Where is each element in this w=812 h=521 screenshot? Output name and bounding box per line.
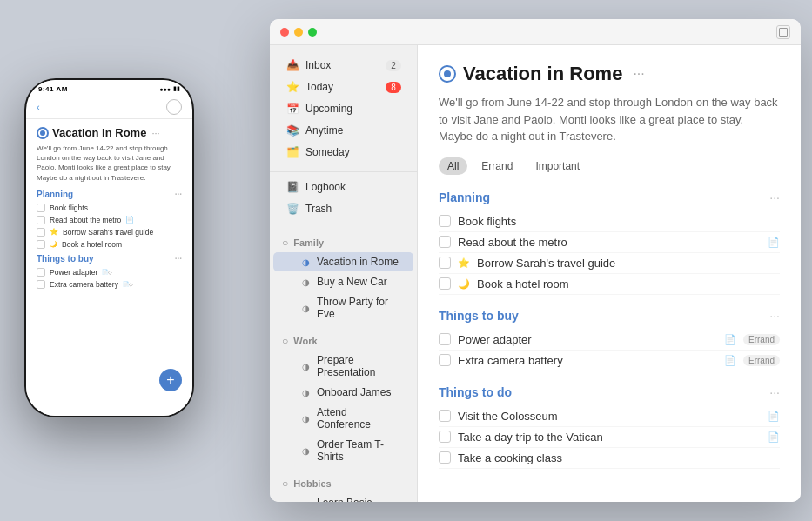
phone-task-checkbox[interactable]: [37, 216, 45, 224]
task-row: ⭐ Borrow Sarah's travel guide: [439, 253, 780, 274]
task-checkbox[interactable]: [439, 236, 451, 248]
phone-planning-more[interactable]: ···: [175, 190, 182, 199]
sidebar-item-order-shirts[interactable]: ◑ Order Team T-Shirts: [273, 435, 413, 466]
sidebar-item-vacation-rome[interactable]: ◑ Vacation in Rome: [273, 252, 413, 271]
task-label: Read about the metro: [458, 236, 761, 249]
detail-title-row: Vacation in Rome ···: [439, 63, 780, 85]
window-body: 📥 Inbox 2 ⭐ Today 8 📅 Upcoming 📚 Anytime: [270, 45, 801, 502]
sidebar-item-learn-italian[interactable]: ◑ Learn Basic Italian: [273, 493, 413, 502]
task-checkbox[interactable]: [439, 257, 451, 269]
sidebar-item-logbook[interactable]: 📓 Logbook: [273, 177, 413, 197]
task-checkbox[interactable]: [439, 215, 451, 227]
filter-pill-all[interactable]: All: [439, 157, 467, 175]
phone-moon-icon: 🌙: [50, 241, 57, 248]
task-row: Read about the metro 📄: [439, 232, 780, 253]
sidebar-item-trash[interactable]: 🗑️ Trash: [273, 198, 413, 219]
planning-more-button[interactable]: ···: [769, 190, 780, 204]
throw-party-icon: ◑: [299, 302, 312, 314]
logbook-icon: 📓: [285, 180, 299, 194]
detail-more-button[interactable]: ···: [633, 66, 644, 82]
phone-complete-button[interactable]: [166, 99, 182, 115]
close-button[interactable]: [280, 28, 289, 37]
phone-fab-button[interactable]: +: [159, 369, 182, 391]
phone-task-checkbox[interactable]: [37, 268, 45, 277]
filter-pill-important[interactable]: Important: [527, 157, 588, 175]
task-row: Take a day trip to the Vatican 📄: [439, 427, 780, 448]
minimize-button[interactable]: [294, 28, 303, 37]
sidebar-item-buy-new-car[interactable]: ◑ Buy a New Car: [273, 272, 413, 291]
sidebar-anytime-label: Anytime: [305, 124, 401, 137]
onboard-james-icon: ◑: [299, 386, 312, 398]
sidebar-item-upcoming[interactable]: 📅 Upcoming: [273, 98, 413, 119]
sidebar-logbook-label: Logbook: [305, 181, 401, 193]
sidebar-item-someday[interactable]: 🗂️ Someday: [273, 142, 413, 163]
sidebar-group-work-label: Work: [293, 336, 317, 346]
task-checkbox[interactable]: [439, 451, 451, 464]
sidebar-group-hobbies-header[interactable]: ○ Hobbies: [270, 476, 417, 492]
phone-task-item: ⭐ Borrow Sarah's travel guide: [37, 228, 182, 237]
sidebar-group-work-header[interactable]: ○ Work: [270, 333, 417, 350]
note-icon: 📄: [768, 411, 780, 422]
things-to-buy-more-button[interactable]: ···: [769, 309, 780, 323]
sidebar-attend-conf-label: Attend Conference: [317, 406, 401, 431]
phone-things-more[interactable]: ···: [175, 254, 182, 264]
planning-section-header: Planning ···: [439, 190, 780, 204]
sidebar-item-throw-party[interactable]: ◑ Throw Party for Eve: [273, 292, 413, 324]
phone-task-item: Book flights: [37, 204, 182, 212]
inbox-icon: 📥: [285, 58, 299, 72]
task-checkbox[interactable]: [439, 431, 451, 443]
sidebar-someday-label: Someday: [305, 146, 401, 158]
upcoming-icon: 📅: [285, 102, 299, 116]
phone-task-checkbox[interactable]: [37, 204, 45, 212]
task-checkbox[interactable]: [439, 354, 451, 366]
task-checkbox[interactable]: [439, 410, 451, 422]
sidebar-group-family-label: Family: [293, 237, 324, 248]
task-label: Take a day trip to the Vatican: [458, 431, 761, 444]
order-shirts-icon: ◑: [299, 444, 312, 457]
star-icon: ⭐: [458, 257, 470, 269]
detail-task-icon: [439, 65, 456, 83]
sidebar-item-today[interactable]: ⭐ Today 8: [273, 77, 413, 97]
attend-conf-icon: ◑: [299, 412, 312, 424]
detail-title: Vacation in Rome: [463, 63, 622, 85]
prepare-pres-icon: ◑: [299, 360, 312, 372]
sidebar-trash-label: Trash: [305, 203, 401, 215]
sidebar-group-family-header[interactable]: ○ Family: [270, 235, 417, 251]
sidebar-item-anytime[interactable]: 📚 Anytime: [273, 120, 413, 141]
copy-window-button[interactable]: [776, 25, 790, 39]
note-icon: 📄: [724, 334, 736, 345]
task-checkbox[interactable]: [439, 333, 451, 345]
task-row: Book flights: [439, 211, 780, 232]
sidebar-item-inbox[interactable]: 📥 Inbox 2: [273, 55, 413, 76]
planning-section-title: Planning: [439, 190, 490, 204]
sidebar: 📥 Inbox 2 ⭐ Today 8 📅 Upcoming 📚 Anytime: [270, 45, 418, 502]
task-checkbox[interactable]: [439, 277, 451, 290]
sidebar-learn-italian-label: Learn Basic Italian: [317, 497, 401, 502]
today-icon: ⭐: [285, 80, 299, 94]
phone-time: 9:41 AM: [38, 85, 68, 93]
sidebar-item-attend-conf[interactable]: ◑ Attend Conference: [273, 403, 413, 434]
task-row: Extra camera battery 📄 Errand: [439, 351, 780, 371]
phone-back-button[interactable]: ‹: [37, 102, 40, 112]
maximize-button[interactable]: [308, 28, 317, 37]
task-row: Power adapter 📄 Errand: [439, 330, 780, 351]
things-to-do-more-button[interactable]: ···: [769, 385, 780, 399]
phone-task-checkbox[interactable]: [37, 228, 45, 237]
things-to-do-section: Things to do ··· Visit the Colosseum 📄 T…: [439, 385, 780, 469]
phone-signal: ●●●: [159, 86, 171, 92]
app-window: 📥 Inbox 2 ⭐ Today 8 📅 Upcoming 📚 Anytime: [270, 19, 801, 502]
task-label: Book flights: [458, 215, 780, 228]
phone-more-button[interactable]: ···: [151, 128, 159, 138]
phone-task-label: Read about the metro: [50, 216, 121, 224]
phone-task-description: We'll go from June 14-22 and stop throug…: [37, 144, 182, 183]
phone-task-label: Power adapter: [50, 268, 97, 277]
phone-task-item: Extra camera battery 📄◇: [37, 280, 182, 289]
sidebar-item-prepare-pres[interactable]: ◑ Prepare Presentation: [273, 351, 413, 382]
sidebar-item-onboard-james[interactable]: ◑ Onboard James: [273, 383, 413, 402]
task-label: Visit the Colosseum: [458, 410, 761, 423]
phone-task-checkbox[interactable]: [37, 240, 45, 249]
sidebar-group-family: ○ Family ◑ Vacation in Rome ◑ Buy a New …: [270, 228, 417, 326]
phone-things-buy-header: Things to buy ···: [37, 254, 182, 264]
filter-pill-errand[interactable]: Errand: [473, 157, 521, 175]
phone-task-checkbox[interactable]: [37, 280, 45, 289]
